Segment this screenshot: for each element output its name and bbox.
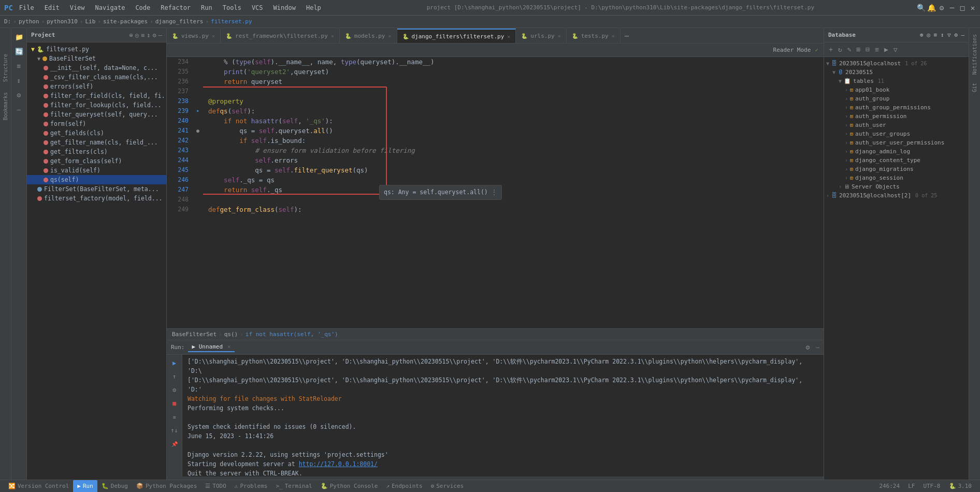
git-tab[interactable]: Git: [971, 79, 978, 96]
db-add-icon[interactable]: ⊕: [920, 32, 924, 38]
db-tables-folder[interactable]: ▼ 📋 tables 11: [824, 77, 969, 85]
tab-close-urls[interactable]: ✕: [558, 33, 561, 39]
gear-icon[interactable]: ⚙: [12, 88, 26, 102]
status-version-control[interactable]: 🔀 Version Control: [4, 480, 73, 493]
tree-item-factory[interactable]: filterset_factory(model, field...: [27, 194, 166, 203]
menu-help[interactable]: Help: [304, 3, 323, 12]
menu-file[interactable]: File: [17, 3, 36, 12]
collapse-icon[interactable]: ≡: [12, 59, 26, 73]
tab-close-tests[interactable]: ✕: [612, 33, 615, 39]
rerun-button[interactable]: ▶: [168, 357, 181, 369]
notification-icon[interactable]: 🔔: [928, 5, 934, 11]
sort-panel-icon[interactable]: ↕: [147, 32, 150, 39]
db-table-auth-user[interactable]: › ⊞ auth_user: [824, 121, 969, 129]
run-tab-unnamed[interactable]: ▶ Unnamed ✕: [188, 342, 235, 352]
tab-tests[interactable]: 🐍 tests.py ✕: [567, 28, 621, 43]
minimize-panel-icon[interactable]: —: [12, 103, 26, 116]
structure-tab[interactable]: Structure: [3, 54, 8, 82]
db-sort-icon[interactable]: ↕: [941, 32, 944, 38]
tab-rest-framework[interactable]: 🐍 rest_framework\filterset.py ✕: [221, 28, 340, 43]
tooltip-more-button[interactable]: ⋮: [491, 187, 497, 197]
menu-navigate[interactable]: Navigate: [93, 3, 127, 12]
db-filter-btn[interactable]: ▽: [892, 45, 899, 54]
settings-icon[interactable]: ⚙: [939, 5, 945, 11]
breadcrumb-filterset[interactable]: filterset.py: [211, 18, 252, 25]
run-settings-icon[interactable]: ⚙: [806, 343, 810, 351]
status-python-packages[interactable]: 📦 Python Packages: [132, 480, 201, 493]
db-connection-2[interactable]: › 🗄 20230515@localhost[2] 0 of 25: [824, 191, 969, 200]
db-table-auth-group[interactable]: › ⊞ auth_group: [824, 94, 969, 103]
menu-window[interactable]: Window: [271, 3, 298, 12]
tab-models[interactable]: 🐍 models.py ✕: [340, 28, 397, 43]
db-server-objects[interactable]: › 🖥 Server Objects: [824, 182, 969, 191]
tree-item-basefilterset[interactable]: ▼ BaseFilterSet: [27, 54, 166, 63]
notifications-tab[interactable]: Notifications: [971, 30, 978, 79]
locate-icon[interactable]: ◎: [135, 32, 139, 39]
status-python-console[interactable]: 🐍 Python Console: [316, 480, 382, 493]
bc-qs[interactable]: qs(): [224, 331, 238, 338]
expand-btn[interactable]: ↑↓: [168, 424, 181, 437]
db-hide-icon[interactable]: —: [961, 32, 964, 38]
breadcrumb-site-packages[interactable]: site-packages: [103, 18, 148, 25]
tree-item-init[interactable]: __init__(self, data=None, c...: [27, 63, 166, 73]
stop-red-button[interactable]: ■: [168, 397, 181, 410]
tree-item-filterset[interactable]: FilterSet(BaseFilterSet, meta...: [27, 184, 166, 194]
server-url-link[interactable]: http://127.0.0.1:8001/: [299, 460, 378, 468]
status-python-ver[interactable]: 🐍 3.10: [945, 480, 976, 493]
bookmarks-tab[interactable]: Bookmarks: [3, 92, 8, 120]
db-collapse-icon[interactable]: ≡: [933, 32, 937, 38]
db-table-django-admin-log[interactable]: › ⊞ django_admin_log: [824, 147, 969, 156]
db-query-btn[interactable]: ≡: [873, 45, 881, 54]
db-database[interactable]: ▼ 🛢 20230515: [824, 68, 969, 77]
tab-close-models[interactable]: ✕: [388, 33, 391, 39]
db-table-auth-user-groups[interactable]: › ⊞ auth_user_groups: [824, 129, 969, 138]
run-tab-close[interactable]: ✕: [227, 343, 231, 350]
status-problems[interactable]: ⚠ Problems: [230, 480, 272, 493]
tab-close-rest[interactable]: ✕: [331, 33, 334, 39]
tab-close-django[interactable]: ✕: [507, 34, 510, 39]
status-encoding[interactable]: UTF-8: [919, 480, 944, 493]
maximize-button[interactable]: □: [959, 5, 965, 11]
reader-mode-check[interactable]: ✓: [815, 47, 818, 53]
menu-vcs[interactable]: VCS: [250, 3, 265, 12]
tab-close-views[interactable]: ✕: [212, 33, 215, 39]
db-table-auth-user-perms[interactable]: › ⊞ auth_user_user_permissions: [824, 138, 969, 147]
tree-item-csv[interactable]: _csv_filter_class_name(cls,...: [27, 73, 166, 82]
build-btn[interactable]: ⚙: [168, 384, 181, 396]
tree-item-is-valid[interactable]: is_valid(self): [27, 166, 166, 175]
tree-item-qs[interactable]: qs(self): [27, 175, 166, 184]
tree-item-errors[interactable]: errors(self): [27, 82, 166, 91]
tree-item-get-filters[interactable]: get_filters(cls): [27, 147, 166, 156]
breadcrumb-lib[interactable]: Lib: [85, 18, 95, 25]
status-todo[interactable]: ☰ TODO: [201, 480, 230, 493]
tree-item-filter-field[interactable]: filter_for_field(cls, field, fi...: [27, 91, 166, 100]
db-connection-1[interactable]: ▼ 🗄 20230515@localhost 1 of 26: [824, 59, 969, 68]
tree-item-get-form-class[interactable]: get_form_class(self): [27, 156, 166, 166]
tab-more-button[interactable]: ⋯: [621, 28, 633, 43]
minimize-button[interactable]: ─: [949, 5, 955, 11]
close-button[interactable]: ✕: [970, 5, 976, 11]
status-debug[interactable]: 🐛 Debug: [97, 480, 132, 493]
add-content-icon[interactable]: ⊕: [129, 32, 133, 39]
db-table-auth-group-perm[interactable]: › ⊞ auth_group_permissions: [824, 103, 969, 112]
menu-refactor[interactable]: Refactor: [158, 3, 193, 12]
menu-tools[interactable]: Tools: [221, 3, 243, 12]
settings-panel-icon[interactable]: ⚙: [153, 32, 156, 39]
scroll-btn[interactable]: ≡: [168, 411, 181, 423]
project-icon[interactable]: 📁: [12, 30, 26, 44]
db-settings-icon[interactable]: ⚙: [954, 32, 958, 38]
tree-item-get-filter-name[interactable]: get_filter_name(cls, field_...: [27, 138, 166, 147]
collapse-all-icon[interactable]: ≡: [141, 32, 145, 39]
status-cursor-pos[interactable]: 246:24: [875, 480, 904, 493]
run-panel-content[interactable]: ['D:\\shanghai_python\\20230515\\project…: [182, 355, 824, 476]
db-schema-btn[interactable]: ⊞: [855, 45, 862, 54]
status-line-ending[interactable]: LF: [904, 480, 919, 493]
tree-item-filter-queryset[interactable]: filter_queryset(self, query...: [27, 110, 166, 119]
db-table-django-session[interactable]: › ⊞ django_session: [824, 173, 969, 182]
bc-basefilterset[interactable]: BaseFilterSet: [172, 331, 217, 338]
bc-condition[interactable]: if not hasattr(self, '_qs'): [246, 331, 338, 338]
db-table-auth-perm[interactable]: › ⊞ auth_permission: [824, 112, 969, 121]
search-icon[interactable]: 🔍: [918, 5, 924, 11]
menu-edit[interactable]: Edit: [42, 3, 62, 12]
sort-icon[interactable]: ↕: [12, 74, 26, 87]
